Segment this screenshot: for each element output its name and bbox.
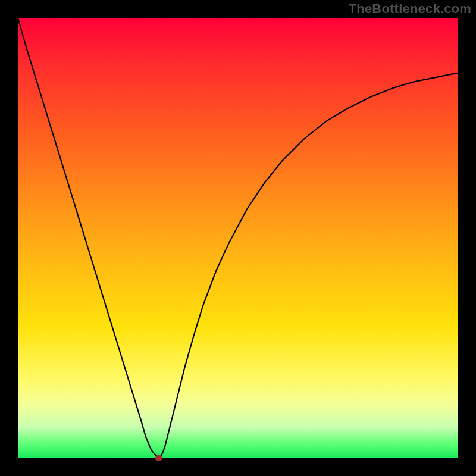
bottleneck-curve [18,18,458,458]
watermark-text: TheBottleneck.com [349,1,471,17]
min-marker [155,455,162,461]
chart-frame: TheBottleneck.com [0,0,476,476]
plot-area [18,18,458,458]
curve-svg [18,18,458,458]
